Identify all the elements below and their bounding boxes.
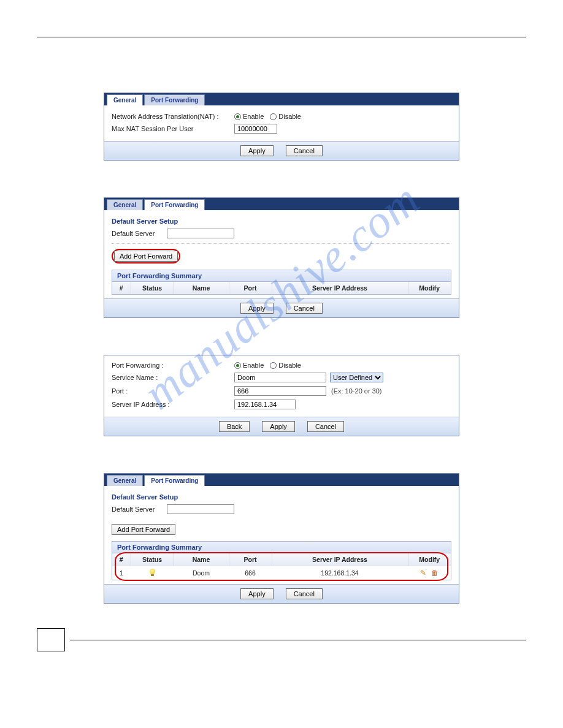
add-port-forward-button[interactable]: Add Port Forward <box>114 251 178 262</box>
default-server-input[interactable] <box>167 504 234 514</box>
tab-port-forwarding[interactable]: Port Forwarding <box>144 94 205 105</box>
server-ip-input[interactable] <box>234 400 296 409</box>
port-input[interactable] <box>234 386 326 396</box>
pf-disable-radio[interactable]: Disable <box>270 362 301 369</box>
col-name: Name <box>174 282 229 294</box>
radio-off-icon <box>270 362 277 369</box>
apply-button[interactable]: Apply <box>262 421 295 432</box>
portfwd-panel-populated: General Port Forwarding Default Server S… <box>104 473 459 604</box>
tab-general[interactable]: General <box>107 475 143 486</box>
cancel-button[interactable]: Cancel <box>307 421 344 432</box>
summary-box: Port Forwarding Summary # Status Name Po… <box>112 270 451 295</box>
cancel-button[interactable]: Cancel <box>286 588 323 599</box>
add-portfwd-highlight: Add Port Forward <box>112 249 180 264</box>
cancel-button[interactable]: Cancel <box>286 303 323 314</box>
tab-strip: General Port Forwarding <box>104 474 459 486</box>
max-session-input[interactable] <box>234 124 277 134</box>
radio-off-icon <box>270 113 277 120</box>
col-port: Port <box>229 553 272 566</box>
default-server-section: Default Server Setup <box>112 218 451 225</box>
cell-modify: ✎ 🗑 <box>408 566 451 580</box>
summary-table: # Status Name Port Server IP Address Mod… <box>112 282 451 294</box>
col-modify: Modify <box>408 553 451 566</box>
col-port: Port <box>229 282 272 294</box>
cell-status <box>131 566 174 580</box>
back-button[interactable]: Back <box>219 421 250 432</box>
radio-on-icon <box>234 113 241 120</box>
summary-title: Port Forwarding Summary <box>112 270 451 282</box>
server-ip-label: Server IP Address : <box>112 401 234 408</box>
port-label: Port : <box>112 387 234 395</box>
col-num: # <box>112 282 131 294</box>
default-server-label: Default Server <box>112 506 167 513</box>
table-row: 1 Doom 666 192.168.1.34 ✎ 🗑 <box>112 566 451 580</box>
bulb-icon <box>150 569 155 576</box>
cell-port: 666 <box>229 566 272 580</box>
col-ip: Server IP Address <box>272 553 408 566</box>
pf-label: Port Forwarding : <box>112 362 234 369</box>
apply-button[interactable]: Apply <box>240 145 274 156</box>
add-port-forward-button[interactable]: Add Port Forward <box>112 524 175 535</box>
tab-general[interactable]: General <box>107 94 143 105</box>
bottom-rule <box>70 640 526 640</box>
summary-table: # Status Name Port Server IP Address Mod… <box>112 553 451 580</box>
disable-label: Disable <box>278 113 301 120</box>
radio-on-icon <box>234 362 241 369</box>
default-server-input[interactable] <box>167 229 234 238</box>
nat-disable-radio[interactable]: Disable <box>270 113 301 120</box>
nat-enable-radio[interactable]: Enable <box>234 113 264 120</box>
separator <box>112 243 451 244</box>
service-name-label: Service Name : <box>112 374 234 381</box>
default-server-label: Default Server <box>112 230 167 237</box>
summary-title: Port Forwarding Summary <box>112 542 451 553</box>
disable-label: Disable <box>278 362 301 369</box>
top-rule <box>37 37 526 37</box>
col-status: Status <box>131 282 174 294</box>
service-type-select[interactable]: User Defined <box>330 373 383 382</box>
edit-icon[interactable]: ✎ <box>420 569 426 577</box>
nat-general-panel: General Port Forwarding Network Address … <box>104 93 459 161</box>
service-name-input[interactable] <box>234 373 326 382</box>
summary-box: Port Forwarding Summary # Status Name Po… <box>112 541 451 580</box>
apply-button[interactable]: Apply <box>240 303 274 314</box>
trash-icon[interactable]: 🗑 <box>431 569 439 577</box>
col-num: # <box>112 553 131 566</box>
tab-strip: General Port Forwarding <box>104 198 459 210</box>
tab-port-forwarding[interactable]: Port Forwarding <box>144 199 205 210</box>
col-modify: Modify <box>408 282 451 294</box>
portfwd-panel-empty: General Port Forwarding Default Server S… <box>104 197 459 318</box>
col-name: Name <box>174 553 229 566</box>
cell-num: 1 <box>112 566 131 580</box>
page-number-box <box>37 628 65 651</box>
cell-name: Doom <box>174 566 229 580</box>
footer-block <box>37 628 526 651</box>
tab-port-forwarding[interactable]: Port Forwarding <box>144 475 205 486</box>
enable-label: Enable <box>243 362 264 369</box>
nat-label: Network Address Translation(NAT) : <box>112 113 234 120</box>
cancel-button[interactable]: Cancel <box>286 145 323 156</box>
portfwd-edit-panel: Port Forwarding : Enable Disable Service… <box>104 355 459 436</box>
apply-button[interactable]: Apply <box>240 588 274 599</box>
max-session-label: Max NAT Session Per User <box>112 125 234 132</box>
cell-ip: 192.168.1.34 <box>272 566 408 580</box>
tab-general[interactable]: General <box>107 199 143 210</box>
port-hint: (Ex: 10-20 or 30) <box>331 387 382 395</box>
col-ip: Server IP Address <box>272 282 408 294</box>
tab-strip: General Port Forwarding <box>104 93 459 105</box>
col-status: Status <box>131 553 174 566</box>
enable-label: Enable <box>243 113 264 120</box>
default-server-section: Default Server Setup <box>112 493 451 501</box>
pf-enable-radio[interactable]: Enable <box>234 362 264 369</box>
